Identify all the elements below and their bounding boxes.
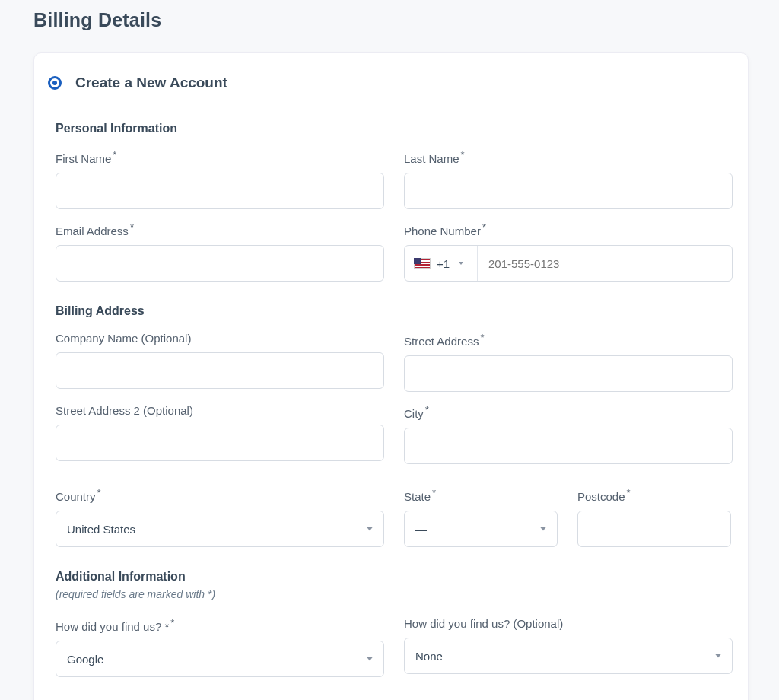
radio-selected-icon — [48, 76, 62, 90]
field-found-us-optional: How did you find us? (Optional) None — [404, 617, 733, 677]
field-street2: Street Address 2 (Optional) — [56, 404, 384, 464]
city-input[interactable] — [415, 428, 721, 463]
field-company: Company Name (Optional) — [56, 332, 384, 392]
phone-label: Phone Number* — [404, 221, 733, 237]
street1-label: Street Address* — [404, 332, 733, 348]
found-us-opt-value: None — [415, 650, 443, 663]
page-title: Billing Details — [33, 9, 779, 31]
section-heading-billing: Billing Address — [56, 304, 727, 318]
section-heading-personal: Personal Information — [56, 122, 727, 135]
country-value: United States — [67, 523, 135, 536]
first-name-label: First Name* — [56, 149, 384, 165]
chevron-down-icon — [715, 654, 721, 658]
chevron-down-icon — [459, 262, 463, 265]
required-note: (required fields are marked with *) — [56, 588, 727, 600]
last-name-input[interactable] — [415, 173, 721, 208]
create-account-label: Create a New Account — [75, 75, 227, 91]
postcode-label: Postcode* — [577, 487, 731, 503]
city-label: City* — [404, 404, 733, 420]
field-first-name: First Name* — [56, 149, 384, 209]
field-city: City* — [404, 404, 733, 464]
email-input[interactable] — [67, 246, 373, 281]
country-select[interactable]: United States — [56, 511, 384, 547]
state-select[interactable]: — — [404, 511, 558, 547]
chevron-down-icon — [367, 527, 373, 531]
state-value: — — [415, 523, 427, 536]
chevron-down-icon — [540, 527, 546, 531]
street2-label: Street Address 2 (Optional) — [56, 404, 384, 417]
field-postcode: Postcode* — [577, 487, 731, 547]
email-label: Email Address* — [56, 221, 384, 237]
country-label: Country* — [56, 487, 384, 503]
street2-input[interactable] — [67, 425, 373, 460]
found-us-opt-label: How did you find us? (Optional) — [404, 617, 733, 630]
company-input[interactable] — [67, 353, 373, 388]
field-phone: Phone Number* +1 — [404, 221, 733, 282]
field-country: Country* United States — [56, 487, 384, 547]
first-name-input[interactable] — [67, 173, 373, 208]
section-heading-additional: Additional Information — [56, 570, 727, 584]
last-name-label: Last Name* — [404, 149, 733, 165]
found-us-req-value: Google — [67, 653, 103, 666]
found-us-opt-select[interactable]: None — [404, 638, 733, 674]
billing-form-card: Create a New Account Personal Informatio… — [33, 52, 749, 700]
field-email: Email Address* — [56, 221, 384, 282]
chevron-down-icon — [367, 657, 373, 661]
phone-input[interactable] — [488, 257, 721, 270]
flag-us-icon — [414, 258, 431, 269]
company-label: Company Name (Optional) — [56, 332, 384, 345]
field-last-name: Last Name* — [404, 149, 733, 209]
phone-dial-code: +1 — [437, 257, 450, 270]
field-state: State* — — [404, 487, 558, 547]
create-account-option[interactable]: Create a New Account — [48, 75, 727, 91]
postcode-input[interactable] — [589, 511, 720, 546]
street1-input[interactable] — [415, 356, 721, 391]
state-label: State* — [404, 487, 558, 503]
phone-country-selector[interactable]: +1 — [405, 246, 478, 281]
found-us-req-select[interactable]: Google — [56, 641, 384, 677]
field-street1: Street Address* — [404, 332, 733, 392]
field-found-us-required: How did you find us? ** Google — [56, 617, 384, 677]
found-us-req-label: How did you find us? ** — [56, 617, 384, 633]
